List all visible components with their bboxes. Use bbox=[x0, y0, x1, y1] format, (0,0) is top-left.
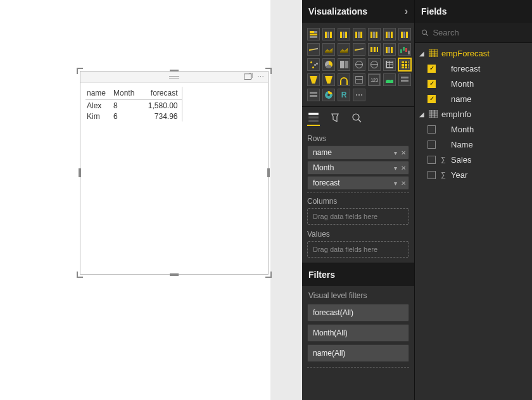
field-Year[interactable]: ∑Year bbox=[415, 167, 532, 182]
remove-icon[interactable]: ✕ bbox=[401, 149, 406, 156]
field-label: forecast bbox=[451, 64, 480, 73]
viz-type-funnel-icon[interactable] bbox=[307, 73, 320, 86]
sigma-icon: ∑ bbox=[440, 156, 447, 163]
field-label: name bbox=[451, 94, 472, 104]
viz-type-scatter-icon[interactable] bbox=[307, 58, 320, 71]
viz-type-col-icon[interactable] bbox=[398, 28, 411, 41]
viz-type-funnel-icon[interactable] bbox=[322, 73, 335, 86]
columns-well-label: Columns bbox=[307, 193, 409, 208]
field-Month[interactable]: Month bbox=[415, 76, 532, 91]
viz-type-col-icon[interactable] bbox=[322, 28, 335, 41]
expand-caret-icon[interactable]: ◢ bbox=[419, 50, 425, 57]
viz-type-col-icon[interactable] bbox=[353, 28, 365, 41]
filter-name[interactable]: name(All) bbox=[307, 344, 409, 362]
viz-type-waterfall-icon[interactable] bbox=[398, 43, 411, 56]
viz-type-kpi-icon[interactable] bbox=[383, 73, 396, 86]
col-header-name[interactable]: name bbox=[86, 87, 112, 100]
matrix-visual[interactable]: ⋯ name Month forecast Alex 8 1,580.00 Ki… bbox=[80, 71, 269, 275]
field-Month[interactable]: Month bbox=[415, 122, 532, 137]
fields-title: Fields bbox=[421, 6, 446, 16]
visualizations-header[interactable]: Visualizations › bbox=[302, 0, 414, 23]
table-row: Kim 6 734.96 bbox=[86, 111, 182, 122]
viz-type-matrix-i-icon[interactable] bbox=[398, 58, 411, 71]
filters-header[interactable]: Filters bbox=[302, 263, 414, 286]
table-empForecast[interactable]: ◢empForecast bbox=[415, 46, 532, 61]
field-checkbox[interactable] bbox=[428, 141, 436, 149]
field-checkbox[interactable] bbox=[428, 171, 436, 179]
viz-type-col-icon[interactable] bbox=[383, 43, 396, 56]
viz-type-line-icon[interactable] bbox=[353, 43, 365, 56]
viz-type-col-icon[interactable] bbox=[383, 28, 396, 41]
viz-type-col-icon[interactable] bbox=[338, 28, 350, 41]
field-pill-name[interactable]: name ▾✕ bbox=[307, 146, 409, 159]
viz-type-table-icon[interactable] bbox=[383, 58, 396, 71]
remove-icon[interactable]: ✕ bbox=[401, 165, 406, 172]
fields-tree: ◢empForecastforecastMonthname◢empInfoMon… bbox=[415, 43, 532, 185]
viz-type-treemap-icon[interactable] bbox=[338, 58, 350, 71]
viz-type-area-icon[interactable] bbox=[322, 43, 335, 56]
viz-type-map-icon[interactable] bbox=[353, 58, 365, 71]
filter-month[interactable]: Month(All) bbox=[307, 324, 409, 342]
values-well-label: Values bbox=[307, 226, 409, 241]
viz-type-line-icon[interactable] bbox=[307, 43, 320, 56]
pane-tabs bbox=[302, 106, 414, 127]
search-input[interactable] bbox=[433, 28, 526, 37]
col-header-month[interactable]: Month bbox=[112, 87, 144, 100]
rows-well[interactable]: name ▾✕ Month ▾✕ forecast ▾✕ bbox=[307, 146, 409, 190]
analytics-tab-icon[interactable] bbox=[350, 112, 363, 126]
fields-header[interactable]: Fields bbox=[415, 0, 532, 23]
matrix-body: name Month forecast Alex 8 1,580.00 Kim … bbox=[80, 83, 268, 125]
table-label: empInfo bbox=[441, 109, 471, 119]
chevron-down-icon[interactable]: ▾ bbox=[394, 165, 397, 172]
columns-well[interactable]: Drag data fields here bbox=[307, 208, 409, 225]
field-checkbox[interactable] bbox=[428, 80, 436, 88]
chevron-down-icon[interactable]: ▾ bbox=[394, 180, 397, 187]
filter-forecast[interactable]: forecast(All) bbox=[307, 304, 409, 322]
table-empInfo[interactable]: ◢empInfo bbox=[415, 106, 532, 122]
col-header-forecast[interactable]: forecast bbox=[144, 87, 182, 100]
svg-rect-0 bbox=[244, 73, 251, 79]
field-Sales[interactable]: ∑Sales bbox=[415, 152, 532, 167]
field-label: Sales bbox=[451, 155, 472, 165]
remove-icon[interactable]: ✕ bbox=[401, 180, 406, 187]
viz-type-r-icon[interactable] bbox=[338, 89, 350, 101]
field-checkbox[interactable] bbox=[428, 125, 436, 134]
expand-caret-icon[interactable]: ◢ bbox=[419, 111, 425, 118]
field-Name[interactable]: Name bbox=[415, 137, 532, 152]
fields-tab-icon[interactable] bbox=[307, 112, 320, 126]
viz-type-slicer-icon[interactable] bbox=[398, 73, 411, 86]
field-checkbox[interactable] bbox=[428, 95, 436, 103]
format-tab-icon[interactable] bbox=[329, 112, 341, 126]
field-checkbox[interactable] bbox=[428, 156, 436, 164]
viz-type-slicer-icon[interactable] bbox=[307, 89, 320, 101]
field-label: Year bbox=[451, 170, 467, 180]
report-canvas[interactable]: ⋯ name Month forecast Alex 8 1,580.00 Ki… bbox=[0, 0, 270, 400]
chevron-down-icon[interactable]: ▾ bbox=[394, 149, 397, 156]
fields-search[interactable] bbox=[415, 23, 532, 43]
drag-grip-icon[interactable] bbox=[169, 75, 179, 79]
focus-mode-icon[interactable] bbox=[244, 73, 253, 82]
viz-type-stacked-bar-h-icon[interactable] bbox=[307, 28, 320, 41]
field-pill-month[interactable]: Month ▾✕ bbox=[307, 161, 409, 175]
more-options-icon[interactable]: ⋯ bbox=[256, 73, 265, 82]
field-forecast[interactable]: forecast bbox=[415, 61, 532, 76]
collapse-chevron-icon[interactable]: › bbox=[405, 6, 408, 17]
viz-type-map-icon[interactable] bbox=[368, 58, 381, 71]
viz-type-area-icon[interactable] bbox=[338, 43, 350, 56]
field-pill-forecast[interactable]: forecast ▾✕ bbox=[307, 176, 409, 190]
values-well[interactable]: Drag data fields here bbox=[307, 241, 409, 258]
viz-type-donut-icon[interactable] bbox=[322, 89, 335, 101]
viz-type-multicard-icon[interactable] bbox=[353, 73, 365, 86]
viz-type-col-icon[interactable] bbox=[368, 28, 381, 41]
svg-point-4 bbox=[353, 114, 359, 120]
viz-type-gauge-icon[interactable] bbox=[338, 73, 350, 86]
search-icon bbox=[421, 28, 429, 37]
field-name[interactable]: name bbox=[415, 91, 532, 106]
rows-well-label: Rows bbox=[307, 130, 409, 146]
svg-line-7 bbox=[426, 34, 428, 35]
viz-type-more3-icon[interactable] bbox=[353, 89, 365, 101]
field-checkbox[interactable] bbox=[428, 65, 436, 73]
viz-type-card-icon[interactable] bbox=[368, 73, 381, 86]
viz-type-pie-icon[interactable] bbox=[322, 58, 335, 71]
viz-type-ribbon-icon[interactable] bbox=[368, 43, 381, 56]
